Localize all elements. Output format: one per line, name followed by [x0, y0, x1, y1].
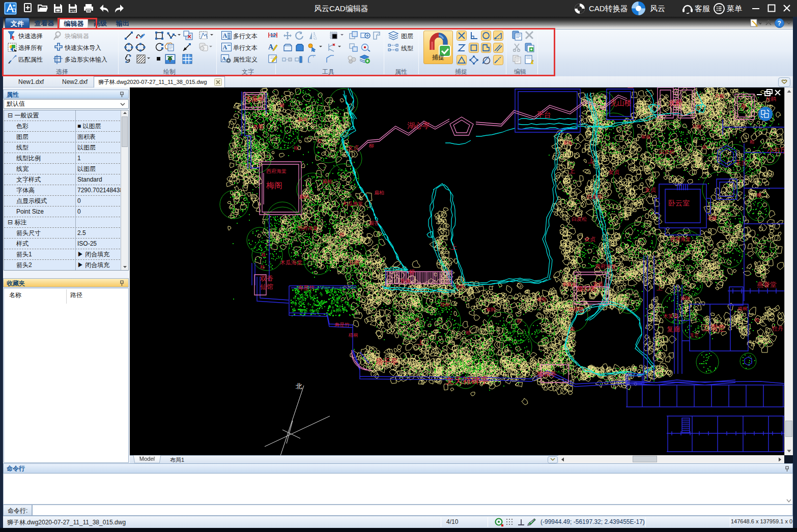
svg-text:文天祥碑亭: 文天祥碑亭 — [445, 376, 489, 386]
svg-text:西府海棠: 西府海棠 — [595, 263, 616, 269]
svg-text:扁柏: 扁柏 — [299, 194, 309, 199]
svg-text:女贞: 女贞 — [584, 236, 595, 242]
svg-text:仙馆: 仙馆 — [260, 283, 273, 290]
svg-text:?: ? — [778, 20, 781, 27]
svg-text:水桥: 水桥 — [668, 99, 682, 107]
svg-text:湖心亭: 湖心亭 — [407, 121, 430, 130]
svg-text:梧桐: 梧桐 — [348, 333, 358, 338]
svg-text:青枫: 青枫 — [400, 278, 410, 284]
svg-text:扁柏: 扁柏 — [374, 190, 384, 195]
svg-text:双香: 双香 — [260, 275, 273, 282]
svg-text:木芙蓉: 木芙蓉 — [663, 313, 678, 319]
svg-text:小赤壁: 小赤壁 — [568, 307, 584, 312]
svg-text:银杏: 银杏 — [369, 220, 379, 226]
svg-text:椿: 椿 — [279, 103, 284, 108]
svg-text:梅阁: 梅阁 — [266, 181, 282, 190]
svg-text:扁柏: 扁柏 — [322, 179, 332, 184]
svg-text:复廊: 复廊 — [667, 326, 680, 333]
svg-text:女贞: 女贞 — [645, 187, 656, 193]
svg-text:石榴: 石榴 — [715, 94, 724, 99]
svg-text:桥: 桥 — [409, 269, 415, 276]
svg-text:紫荆: 紫荆 — [456, 284, 465, 289]
svg-text:柏: 柏 — [702, 144, 707, 150]
svg-text:立雪堂: 立雪堂 — [702, 323, 725, 332]
svg-text:上: 上 — [628, 87, 634, 89]
svg-text:杜鹃: 杜鹃 — [766, 96, 776, 102]
svg-text:见山楼: 见山楼 — [610, 99, 632, 107]
svg-text:木瓜海棠: 木瓜海棠 — [342, 201, 363, 206]
svg-text:牡丹: 牡丹 — [772, 326, 783, 332]
svg-text:扇子亭: 扇子亭 — [375, 357, 398, 366]
svg-text:紫荆: 紫荆 — [537, 297, 546, 302]
svg-text:寿星竹: 寿星竹 — [298, 285, 315, 291]
svg-text:亭: 亭 — [741, 103, 747, 110]
svg-text:柏: 柏 — [516, 318, 521, 323]
svg-text:紫荆: 紫荆 — [680, 296, 690, 301]
svg-text:白皮松: 白皮松 — [572, 216, 587, 222]
svg-text:柏: 柏 — [339, 231, 345, 237]
svg-text:紫荆: 紫荆 — [486, 307, 495, 312]
svg-text:樱: 樱 — [756, 193, 761, 198]
svg-text:天兰: 天兰 — [735, 160, 747, 166]
svg-text:石榴: 石榴 — [707, 216, 717, 221]
svg-text:红: 红 — [317, 138, 322, 143]
svg-text:女贞: 女贞 — [348, 144, 359, 151]
svg-text:平台: 平台 — [537, 110, 551, 119]
svg-text:桂: 桂 — [415, 317, 420, 322]
svg-text:北: 北 — [296, 382, 302, 390]
svg-text:白皮松: 白皮松 — [587, 194, 602, 199]
svg-text:木瓜海棠: 木瓜海棠 — [280, 259, 302, 265]
svg-text:西府海棠: 西府海棠 — [670, 237, 691, 242]
svg-text:玉兰: 玉兰 — [690, 333, 699, 338]
svg-text:上: 上 — [417, 339, 423, 346]
svg-text:柳: 柳 — [368, 143, 374, 149]
svg-text:PDF: PDF — [70, 9, 76, 13]
svg-text:上: 上 — [657, 284, 663, 291]
svg-text:卧云室: 卧云室 — [668, 199, 690, 207]
svg-text:燕誉堂: 燕誉堂 — [757, 281, 777, 288]
svg-text:柏: 柏 — [465, 330, 470, 335]
svg-text:扁柏: 扁柏 — [298, 116, 308, 122]
svg-text:小方厅: 小方厅 — [766, 146, 784, 154]
svg-text:飞瀑亭: 飞瀑亭 — [244, 95, 264, 103]
svg-text:桂: 桂 — [260, 264, 265, 270]
svg-text:紫藤: 紫藤 — [593, 281, 603, 287]
svg-text:西府海棠: 西府海棠 — [266, 168, 287, 174]
svg-text:上: 上 — [450, 243, 457, 251]
svg-text:梧桐: 梧桐 — [440, 302, 449, 307]
svg-text:桂: 桂 — [261, 252, 266, 257]
svg-text:上: 上 — [568, 167, 575, 174]
svg-text:柏: 柏 — [570, 327, 575, 332]
svg-text:柏: 柏 — [749, 139, 754, 144]
svg-text:梧桐: 梧桐 — [737, 306, 747, 311]
svg-text:紫薇: 紫薇 — [563, 140, 573, 145]
svg-text:石榴: 石榴 — [349, 260, 359, 265]
svg-text:柏: 柏 — [754, 317, 759, 322]
svg-text:御碑亭: 御碑亭 — [537, 370, 557, 378]
svg-text:紫藤架: 紫藤架 — [562, 282, 576, 287]
svg-text:女贞: 女贞 — [608, 169, 619, 175]
svg-text:上: 上 — [588, 157, 594, 164]
svg-text:寿星竹: 寿星竹 — [334, 322, 350, 328]
svg-text:木槿: 木槿 — [252, 124, 263, 129]
svg-text:桂: 桂 — [294, 145, 299, 151]
svg-text:石榴: 石榴 — [692, 124, 701, 129]
svg-text:西府海棠: 西府海棠 — [298, 225, 318, 231]
svg-text:白皮松: 白皮松 — [659, 149, 674, 155]
svg-text:紫薇: 紫薇 — [641, 134, 650, 139]
